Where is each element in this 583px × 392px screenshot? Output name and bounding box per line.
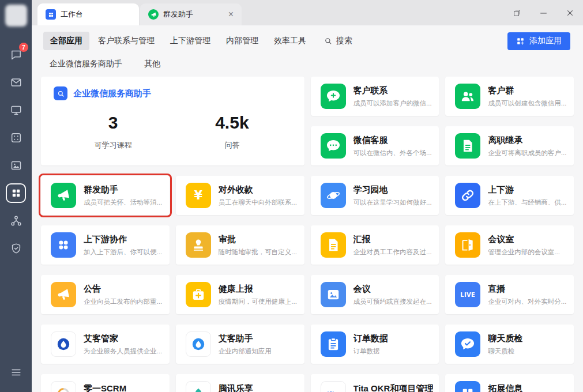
app-card[interactable]: 会议室管理企业内部的会议室... bbox=[445, 225, 574, 265]
app-description: 企业向员工发布的内部重... bbox=[84, 297, 162, 306]
app-description: 企业可将离职成员的客户... bbox=[488, 149, 566, 157]
restore-icon[interactable] bbox=[503, 0, 530, 25]
screen-share-icon[interactable] bbox=[0, 96, 32, 124]
app-card[interactable]: LIVE直播企业可对内、对外实时分... bbox=[445, 275, 574, 314]
search-icon bbox=[324, 36, 333, 46]
service-helper-icon bbox=[54, 86, 67, 100]
app-description: 聊天质检 bbox=[488, 347, 522, 356]
keypad-icon[interactable] bbox=[0, 124, 32, 152]
app-card-text: 上下游协作加入上下游后、你可以便... bbox=[84, 234, 162, 257]
tab-label: 群发助手 bbox=[163, 9, 221, 20]
aike-light-icon bbox=[186, 331, 211, 357]
stat-qa[interactable]: 4.5k 问答 bbox=[172, 113, 291, 150]
live-icon: LIVE bbox=[455, 282, 480, 307]
app-card[interactable]: titaTita OKR和项目管理 bbox=[311, 374, 439, 392]
featured-header: 企业微信服务商助手 bbox=[54, 86, 292, 100]
stat-label: 问答 bbox=[172, 140, 291, 150]
app-card[interactable]: 上下游在上下游、与经销商、供... bbox=[445, 176, 574, 215]
workbench-grid-icon[interactable] bbox=[0, 179, 32, 207]
avatar[interactable] bbox=[5, 5, 27, 27]
tab-mass-message-helper[interactable]: 群发助手× bbox=[140, 3, 242, 25]
filter-chip[interactable]: 上下游管理 bbox=[163, 32, 217, 50]
stat-value: 3 bbox=[54, 113, 172, 133]
app-card[interactable]: 群发助手成员可把关怀、活动等消... bbox=[41, 176, 170, 215]
app-card-text: 艾客管家为企业服务人员提供企业... bbox=[84, 333, 162, 356]
app-card[interactable]: 聊天质检聊天质检 bbox=[445, 325, 574, 364]
app-card[interactable]: 审批随时随地审批，可自定义... bbox=[176, 225, 304, 265]
filter-chip[interactable]: 效率工具 bbox=[267, 32, 313, 50]
app-card[interactable]: 离职继承企业可将离职成员的客户... bbox=[445, 126, 574, 165]
workbench-page: 全部应用客户联系与管理上下游管理内部管理效率工具 搜索 添加应用 企业微信服务商… bbox=[32, 25, 583, 392]
app-name: 上下游 bbox=[488, 184, 566, 195]
app-name: 审批 bbox=[219, 234, 297, 245]
filter-chip[interactable]: 全部应用 bbox=[43, 32, 89, 50]
dots-grid-icon bbox=[51, 232, 76, 258]
app-card[interactable]: 微信客服可以在微信内、外各个场... bbox=[311, 126, 439, 165]
app-description: 疫情期间，可使用健康上... bbox=[219, 297, 297, 306]
add-app-button[interactable]: 添加应用 bbox=[507, 32, 570, 50]
app-card[interactable]: 上下游协作加入上下游后、你可以便... bbox=[41, 225, 170, 265]
mail-icon[interactable] bbox=[0, 69, 32, 96]
search-button[interactable]: 搜索 bbox=[324, 36, 352, 46]
app-card-text: Tita OKR和项目管理 bbox=[353, 383, 434, 392]
app-description: 企业可对内、对外实时分... bbox=[488, 297, 566, 306]
app-card[interactable]: 客户联系成员可以添加客户的微信... bbox=[311, 77, 439, 116]
close-icon[interactable] bbox=[556, 0, 583, 25]
tab-label: 工作台 bbox=[61, 9, 133, 20]
app-name: 上下游协作 bbox=[84, 234, 162, 245]
sidebar: 7 bbox=[0, 0, 32, 392]
chat-icon[interactable]: 7 bbox=[0, 41, 32, 69]
app-name: 订单数据 bbox=[353, 333, 388, 344]
app-card[interactable]: 健康上报疫情期间，可使用健康上... bbox=[176, 275, 304, 314]
gallery-icon[interactable] bbox=[0, 152, 32, 179]
app-card-text: 聊天质检聊天质检 bbox=[488, 333, 522, 356]
lexiang-icon bbox=[186, 381, 211, 392]
app-name: 微信客服 bbox=[353, 135, 432, 146]
app-card[interactable]: 艾客助手企业内部通知应用 bbox=[176, 325, 304, 364]
secondary-filter-bar: 企业微信服务商助手其他 bbox=[41, 59, 574, 69]
app-card[interactable]: 腾讯乐享 bbox=[176, 374, 304, 392]
app-card[interactable]: 客户群成员可以创建包含微信用... bbox=[445, 77, 574, 116]
filter-chip[interactable]: 客户联系与管理 bbox=[91, 32, 161, 50]
app-card-text: 订单数据订单数据 bbox=[353, 333, 388, 356]
chat-plus-icon bbox=[321, 84, 346, 109]
app-card-text: 直播企业可对内、对外实时分... bbox=[488, 284, 566, 306]
chat-check-icon bbox=[455, 331, 480, 357]
app-card[interactable]: ¥对外收款员工在聊天中向外部联系... bbox=[176, 176, 304, 215]
app-card-text: 客户群成员可以创建包含微信用... bbox=[488, 85, 566, 108]
app-name: 聊天质检 bbox=[488, 333, 522, 344]
app-card-text: 汇报企业对员工工作内容及过... bbox=[353, 234, 432, 257]
app-card[interactable]: 艾客管家为企业服务人员提供企业... bbox=[41, 325, 170, 364]
tab-close-icon[interactable]: × bbox=[226, 9, 236, 20]
app-description: 管理企业内部的会议室... bbox=[488, 248, 560, 257]
featured-stats: 3 可学习课程 4.5k 问答 bbox=[54, 113, 292, 150]
menu-icon[interactable] bbox=[0, 359, 32, 386]
app-description: 订单数据 bbox=[353, 347, 388, 356]
app-description: 成员可以创建包含微信用... bbox=[488, 99, 566, 108]
filter-chip[interactable]: 内部管理 bbox=[219, 32, 265, 50]
app-card[interactable]: 学习园地可以在这里学习如何做好... bbox=[311, 176, 439, 215]
app-card-text: 客户联系成员可以添加客户的微信... bbox=[353, 85, 432, 108]
photo-icon bbox=[321, 282, 346, 307]
app-card[interactable]: 拓展信息 bbox=[445, 374, 574, 392]
filter-chip[interactable]: 企业微信服务商助手 bbox=[50, 59, 122, 69]
org-tree-icon[interactable] bbox=[0, 207, 32, 235]
minimize-icon[interactable] bbox=[530, 0, 556, 25]
app-card-text: 艾客助手企业内部通知应用 bbox=[219, 333, 272, 356]
tab-workbench[interactable]: 工作台 bbox=[37, 3, 139, 25]
app-card[interactable]: 汇报企业对员工工作内容及过... bbox=[311, 225, 439, 265]
app-card[interactable]: 订单数据订单数据 bbox=[311, 325, 439, 364]
app-name: 客户群 bbox=[488, 85, 566, 96]
app-card[interactable]: 零一SCRM bbox=[41, 374, 170, 392]
app-card[interactable]: 公告企业向员工发布的内部重... bbox=[41, 275, 170, 314]
stat-courses[interactable]: 3 可学习课程 bbox=[54, 113, 172, 150]
category-filters: 全部应用客户联系与管理上下游管理内部管理效率工具 bbox=[43, 32, 313, 50]
app-card-text: 会议室管理企业内部的会议室... bbox=[488, 234, 560, 257]
chat-dots-icon bbox=[321, 133, 346, 159]
featured-card[interactable]: 企业微信服务商助手 3 可学习课程 4.5k 问答 bbox=[41, 77, 304, 165]
app-card-text: 微信客服可以在微信内、外各个场... bbox=[353, 135, 432, 157]
shield-icon[interactable] bbox=[0, 235, 32, 262]
filter-chip[interactable]: 其他 bbox=[144, 59, 160, 69]
app-card[interactable]: 会议成员可预约或直接发起在... bbox=[311, 275, 439, 314]
search-label: 搜索 bbox=[336, 36, 352, 46]
